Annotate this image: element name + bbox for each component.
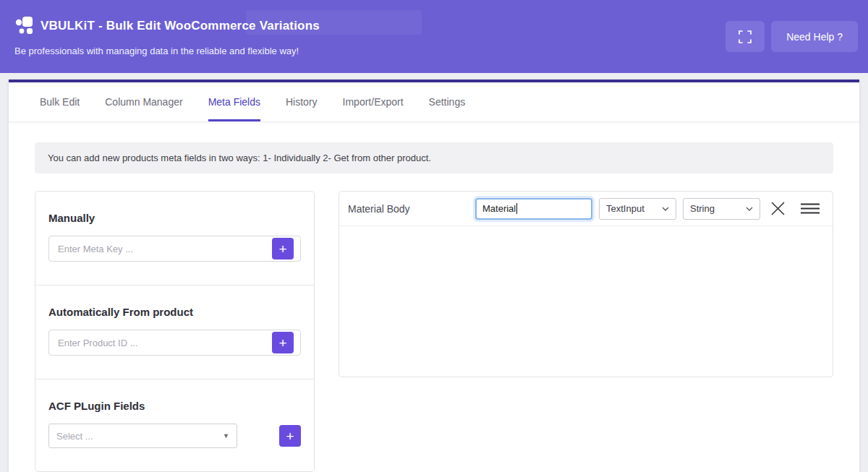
brand: VBULKiT - Bulk Edit WooCommerce Variatio… bbox=[14, 16, 320, 56]
input-type-value: TextInput bbox=[606, 203, 644, 214]
from-product-heading: Automatically From product bbox=[48, 306, 301, 318]
chevron-down-icon bbox=[746, 207, 753, 211]
fullscreen-button[interactable] bbox=[726, 21, 765, 52]
product-id-field[interactable] bbox=[48, 330, 301, 356]
tab-import-export[interactable]: Import/Export bbox=[343, 82, 404, 121]
data-type-value: String bbox=[690, 203, 715, 214]
tab-column-manager[interactable]: Column Manager bbox=[105, 82, 182, 121]
acf-select-placeholder: Select ... bbox=[56, 431, 93, 442]
tab-bar: Bulk Edit Column Manager Meta Fields His… bbox=[9, 82, 859, 122]
manually-heading: Manually bbox=[48, 212, 301, 224]
content-panel: Bulk Edit Column Manager Meta Fields His… bbox=[9, 80, 859, 472]
chevron-down-icon: ▼ bbox=[223, 432, 229, 439]
tab-meta-fields[interactable]: Meta Fields bbox=[208, 82, 260, 121]
chevron-down-icon bbox=[662, 207, 669, 211]
meta-key-value: Material bbox=[482, 203, 516, 214]
add-from-product-button[interactable]: + bbox=[272, 332, 294, 353]
tab-bulk-edit[interactable]: Bulk Edit bbox=[40, 82, 80, 121]
meta-key-input[interactable]: Material bbox=[475, 198, 592, 220]
need-help-button[interactable]: Need Help ? bbox=[771, 21, 858, 52]
add-meta-panel: Manually + Automatically From product + … bbox=[35, 191, 315, 472]
acf-heading: ACF PLugin Fields bbox=[48, 400, 301, 412]
data-type-select[interactable]: String bbox=[683, 198, 760, 220]
app-title: VBULKiT - Bulk Edit WooCommerce Variatio… bbox=[41, 19, 320, 33]
manually-section: Manually + bbox=[48, 192, 301, 285]
from-product-section: Automatically From product + bbox=[48, 286, 301, 379]
app-subtitle: Be professionals with managing data in t… bbox=[14, 46, 320, 56]
tab-history[interactable]: History bbox=[286, 82, 318, 121]
text-cursor bbox=[516, 203, 517, 214]
fullscreen-icon bbox=[738, 30, 752, 44]
meta-key-field[interactable] bbox=[48, 236, 301, 262]
add-acf-field-button[interactable]: + bbox=[279, 425, 301, 447]
header-actions: Need Help ? bbox=[726, 21, 858, 52]
meta-field-row: Material Body Material TextInput String bbox=[339, 192, 833, 226]
app-logo-icon bbox=[14, 16, 34, 35]
remove-field-icon[interactable] bbox=[768, 199, 788, 218]
add-meta-key-button[interactable]: + bbox=[272, 238, 294, 259]
main-columns: Manually + Automatically From product + … bbox=[35, 191, 833, 472]
meta-field-label: Material Body bbox=[348, 203, 469, 215]
meta-fields-list: Material Body Material TextInput String bbox=[339, 191, 833, 377]
app-header: VBULKiT - Bulk Edit WooCommerce Variatio… bbox=[0, 0, 868, 73]
acf-section: ACF PLugin Fields Select ... ▼ + bbox=[48, 379, 301, 471]
notice-banner: You can add new products meta fields in … bbox=[35, 142, 833, 173]
drag-handle-icon[interactable] bbox=[799, 202, 821, 215]
input-type-select[interactable]: TextInput bbox=[599, 198, 676, 220]
acf-field-select[interactable]: Select ... ▼ bbox=[48, 424, 237, 448]
tab-settings[interactable]: Settings bbox=[429, 82, 466, 121]
